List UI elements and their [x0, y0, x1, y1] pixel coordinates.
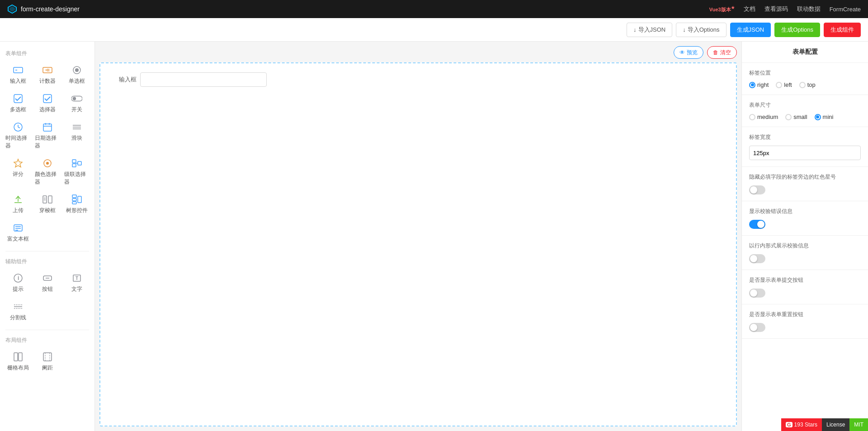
component-select[interactable]: 选择器: [33, 90, 61, 117]
gutter-icon: [42, 351, 53, 362]
show-submit-track: [749, 289, 765, 298]
clear-button[interactable]: 🗑 清空: [707, 46, 737, 59]
nav-source[interactable]: 查看源码: [764, 5, 788, 13]
component-rate[interactable]: 评分: [4, 154, 32, 189]
component-grid-layout[interactable]: 栅格布局: [4, 348, 32, 375]
tooltip-icon: i: [13, 273, 24, 284]
transfer-icon: [42, 194, 53, 205]
generate-options-button[interactable]: 生成Options: [774, 23, 820, 37]
canvas-area: 👁 预览 🗑 清空 输入框: [95, 42, 741, 431]
radio-mini-circle: [815, 114, 821, 120]
navbar-links: Vue3版本★ 文档 查看源码 联动数据 FormCreate: [709, 5, 861, 13]
component-slider[interactable]: 滑块: [62, 118, 91, 153]
logo-icon: [7, 4, 17, 14]
component-divider[interactable]: 分割线: [4, 298, 32, 325]
radio-icon: [71, 65, 82, 76]
slider-icon: [71, 122, 82, 133]
svg-line-16: [18, 127, 20, 128]
show-reset-thumb: [750, 324, 757, 331]
component-richtext[interactable]: 富文本框: [4, 219, 32, 246]
cascader-icon: [71, 158, 82, 169]
component-checkbox[interactable]: 多选框: [4, 90, 32, 117]
size-mini[interactable]: mini: [815, 114, 834, 120]
download-icon2: ↓: [683, 26, 686, 33]
label-position-group: right left top: [749, 81, 861, 88]
size-medium[interactable]: medium: [749, 114, 778, 120]
svg-rect-40: [78, 196, 81, 203]
inline-validation-section: 以行内形式展示校验信息: [742, 236, 868, 270]
component-gutter[interactable]: 阑距: [33, 348, 61, 375]
layout-components-section-title: 布局组件: [0, 333, 94, 346]
show-submit-section: 是否显示表单提交按钮: [742, 270, 868, 304]
rate-icon: [13, 158, 24, 169]
eye-icon: 👁: [679, 49, 685, 56]
form-components-grid: 输入框 计数器 单选框 多选框: [0, 59, 94, 248]
show-submit-toggle[interactable]: [749, 289, 765, 298]
label-position-right[interactable]: right: [749, 81, 769, 88]
trash-icon: 🗑: [713, 49, 718, 56]
component-tree[interactable]: 树形控件: [62, 190, 91, 218]
size-small[interactable]: small: [785, 114, 807, 120]
checkbox-icon: [13, 93, 24, 104]
assistant-components-grid: i 提示 按钮 T 文字 分割线: [0, 267, 94, 327]
component-transfer[interactable]: 穿梭框: [33, 190, 61, 218]
upload-icon: [13, 194, 24, 205]
canvas-toolbar: 👁 预览 🗑 清空: [99, 46, 737, 59]
footer-stars[interactable]: G 193 Stars: [781, 418, 822, 431]
form-field-label: 输入框: [109, 76, 137, 84]
show-validation-section: 显示校验错误信息: [742, 201, 868, 236]
component-switch[interactable]: 开关: [62, 90, 91, 117]
generate-component-button[interactable]: 生成组件: [824, 23, 861, 37]
component-button[interactable]: 按钮: [33, 269, 61, 297]
show-validation-thumb: [757, 221, 764, 228]
nav-linkage[interactable]: 联动数据: [797, 5, 821, 13]
inline-validation-track: [749, 254, 765, 263]
footer-mit: MIT: [849, 418, 868, 431]
component-radio[interactable]: 单选框: [62, 61, 91, 89]
toolbar: ↓ 导入JSON ↓ 导入Options 生成JSON 生成Options 生成…: [0, 18, 868, 42]
nav-docs[interactable]: 文档: [744, 5, 755, 13]
select-icon: [42, 93, 53, 104]
component-input[interactable]: 输入框: [4, 61, 32, 89]
form-field-input[interactable]: [140, 72, 267, 87]
show-validation-toggle[interactable]: [749, 220, 765, 229]
colorpicker-icon: [42, 158, 53, 169]
richtext-icon: [13, 223, 24, 233]
inline-validation-toggle[interactable]: [749, 254, 765, 263]
generate-json-button[interactable]: 生成JSON: [730, 23, 771, 37]
import-options-button[interactable]: ↓ 导入Options: [676, 23, 726, 37]
label-width-label: 标签宽度: [749, 133, 861, 141]
preview-button[interactable]: 👁 预览: [674, 46, 703, 59]
label-position-top[interactable]: top: [799, 81, 816, 88]
label-width-input[interactable]: [749, 146, 861, 160]
grid-layout-icon: [13, 351, 24, 362]
hide-required-mark-toggle[interactable]: [749, 185, 765, 194]
component-text[interactable]: T 文字: [62, 269, 91, 297]
label-position-label: 标签位置: [749, 69, 861, 77]
svg-rect-38: [72, 199, 76, 201]
assistant-components-section-title: 辅助组件: [0, 254, 94, 267]
radio-small-circle: [785, 114, 792, 120]
vue3-badge[interactable]: Vue3版本★: [709, 5, 735, 13]
component-counter[interactable]: 计数器: [33, 61, 61, 89]
component-timepicker[interactable]: 时间选择器: [4, 118, 32, 153]
label-position-left[interactable]: left: [776, 81, 792, 88]
divider2: [5, 330, 89, 330]
counter-icon: [42, 65, 53, 76]
component-colorpicker[interactable]: 颜色选择器: [33, 154, 61, 189]
divider1: [5, 251, 89, 251]
component-datepicker[interactable]: 日期选择器: [33, 118, 61, 153]
component-tooltip[interactable]: i 提示: [4, 269, 32, 297]
nav-formcreate[interactable]: FormCreate: [830, 6, 861, 13]
inline-validation-label: 以行内形式展示校验信息: [749, 242, 861, 250]
component-upload[interactable]: 上传: [4, 190, 32, 218]
button-icon: [42, 273, 53, 284]
svg-rect-33: [43, 196, 47, 203]
import-json-button[interactable]: ↓ 导入JSON: [627, 23, 672, 37]
component-cascader[interactable]: 级联选择器: [62, 154, 91, 189]
config-panel-title: 表单配置: [742, 42, 868, 63]
show-reset-toggle[interactable]: [749, 323, 765, 332]
canvas-container[interactable]: 输入框: [99, 62, 737, 426]
svg-rect-37: [72, 195, 76, 198]
radio-left-circle: [776, 82, 782, 88]
